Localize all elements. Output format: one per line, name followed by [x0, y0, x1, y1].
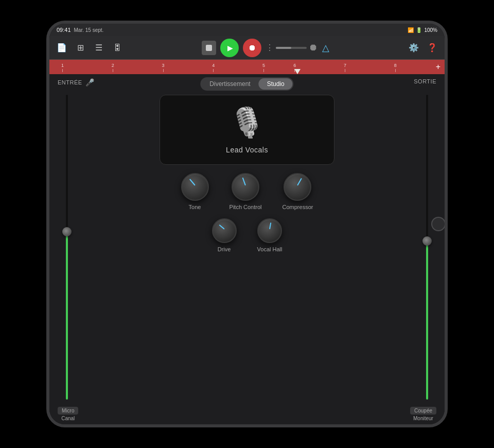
input-type-label[interactable]: Micro — [58, 407, 78, 415]
drive-label: Drive — [218, 246, 231, 252]
amp-display: 🎙️ Lead Vocals — [160, 95, 334, 165]
amp-graphic: 🎙️ — [229, 106, 265, 140]
playhead[interactable] — [294, 69, 301, 74]
play-button[interactable] — [220, 39, 239, 57]
battery-icon: 🔋 — [416, 27, 422, 33]
content-with-sliders: 🎙️ Lead Vocals Tone — [49, 91, 445, 404]
input-slider-container — [58, 91, 76, 404]
ruler-mark-1: 1 — [61, 63, 64, 72]
input-slider-thumb[interactable] — [62, 227, 72, 236]
input-bottom-group: Micro Canal — [58, 407, 78, 421]
toolbar-right: ⚙️ ❓ — [407, 41, 439, 55]
date-display: Mar. 15 sept. — [74, 27, 104, 33]
output-status-label[interactable]: Coupée — [410, 407, 436, 415]
record-button[interactable] — [243, 39, 261, 57]
output-slider-fill — [426, 241, 428, 400]
toolbar-left: 📄 ⊞ ☰ 🎛 — [55, 41, 125, 55]
input-slider-fill — [66, 232, 68, 400]
drive-knob[interactable] — [212, 218, 237, 243]
main-area: ENTRÉE 🎤 Divertissement Studio SORTIE — [49, 74, 445, 424]
ruler-marks: 1 2 3 4 5 6 7 8 — [54, 60, 440, 74]
tone-knob[interactable] — [181, 173, 209, 201]
battery-percent: 100% — [424, 27, 437, 33]
compressor-knob-group: Compressor — [283, 173, 313, 210]
compressor-label: Compressor — [283, 204, 313, 210]
status-bar: 09:41 Mar. 15 sept. 📶 🔋 100% — [49, 24, 445, 36]
output-slider-track[interactable] — [426, 95, 428, 400]
track-view-button[interactable]: ⊞ — [73, 41, 87, 55]
output-section-header: SORTIE — [414, 78, 436, 84]
ruler-mark-8: 8 — [394, 63, 397, 72]
timeline-ruler[interactable]: 1 2 3 4 5 6 7 8 + — [49, 60, 445, 74]
mode-entertainment[interactable]: Divertissement — [201, 78, 258, 90]
input-channel-label: Canal — [61, 416, 75, 421]
ipad-frame: 09:41 Mar. 15 sept. 📶 🔋 100% 📄 ⊞ ☰ 🎛 — [46, 21, 448, 427]
compressor-indicator — [297, 178, 303, 186]
drive-indicator — [219, 225, 224, 230]
mode-studio[interactable]: Studio — [259, 78, 293, 90]
output-slider-container — [418, 91, 436, 404]
vocal-hall-indicator — [269, 222, 271, 229]
compressor-knob[interactable] — [284, 173, 311, 201]
input-section-header: ENTRÉE 🎤 — [58, 78, 94, 87]
volume-track[interactable] — [276, 47, 307, 49]
tone-indicator — [189, 179, 195, 186]
drive-knob-group: Drive — [212, 218, 237, 252]
center-panel: 🎙️ Lead Vocals Tone — [81, 91, 413, 404]
output-label: SORTIE — [414, 78, 436, 84]
ruler-mark-4: 4 — [212, 63, 215, 72]
add-track-button[interactable]: + — [436, 62, 440, 72]
ruler-mark-7: 7 — [344, 63, 346, 72]
time-display: 09:41 — [57, 27, 71, 33]
input-label: ENTRÉE — [58, 79, 82, 85]
input-slider-track[interactable] — [66, 95, 68, 400]
knobs-section: Tone Pitch Control — [81, 173, 413, 252]
pitch-control-knob-group: Pitch Control — [230, 173, 262, 210]
toolbar-center: ⋮ ⏺ △ — [129, 39, 402, 57]
settings-button[interactable]: ⚙️ — [407, 41, 421, 55]
ruler-mark-2: 2 — [112, 63, 114, 72]
output-bottom-group: Coupée Moniteur — [410, 407, 436, 421]
vocal-hall-label: Vocal Hall — [257, 246, 283, 252]
output-slider-thumb[interactable] — [422, 236, 432, 246]
output-monitor-label: Moniteur — [413, 416, 433, 421]
vocal-hall-knob-group: Vocal Hall — [257, 218, 283, 252]
volume-dots: ⋮ — [266, 43, 274, 53]
pitch-indicator — [242, 178, 246, 186]
new-track-button[interactable]: 📄 — [55, 41, 69, 55]
ruler-mark-5: 5 — [262, 63, 265, 72]
knobs-row-1: Tone Pitch Control — [181, 173, 313, 210]
screen: 09:41 Mar. 15 sept. 📶 🔋 100% 📄 ⊞ ☰ 🎛 — [49, 24, 445, 424]
status-left: 09:41 Mar. 15 sept. — [57, 27, 103, 33]
list-view-button[interactable]: ☰ — [92, 41, 106, 55]
vocal-hall-knob[interactable] — [257, 218, 282, 243]
mode-toggle[interactable]: Divertissement Studio — [200, 77, 293, 91]
toolbar: 📄 ⊞ ☰ 🎛 ⋮ ⏺ △ ⚙️ ❓ — [49, 36, 445, 60]
volume-control[interactable]: ⋮ ⏺ — [266, 42, 318, 53]
pitch-control-knob[interactable] — [232, 173, 259, 201]
metronome-icon[interactable]: ⏺ — [309, 42, 318, 53]
tone-label: Tone — [189, 204, 201, 210]
mixer-button[interactable]: 🎛 — [110, 41, 125, 55]
tone-knob-group: Tone — [181, 173, 209, 210]
status-right: 📶 🔋 100% — [408, 27, 437, 33]
knobs-row-2: Drive Vocal Hall — [212, 218, 283, 252]
amp-label: Lead Vocals — [226, 146, 268, 154]
pitch-control-label: Pitch Control — [230, 204, 262, 210]
master-icon[interactable]: △ — [322, 42, 329, 54]
wifi-icon: 📶 — [408, 27, 414, 33]
home-button[interactable] — [431, 217, 446, 231]
mic-icon: 🎤 — [85, 78, 94, 87]
volume-fill — [276, 47, 291, 49]
io-row: ENTRÉE 🎤 Divertissement Studio SORTIE — [49, 74, 445, 91]
help-button[interactable]: ❓ — [425, 41, 439, 55]
bottom-labels: Micro Canal Coupée Moniteur — [49, 404, 445, 424]
stop-button[interactable] — [202, 41, 216, 55]
ruler-mark-3: 3 — [162, 63, 165, 72]
